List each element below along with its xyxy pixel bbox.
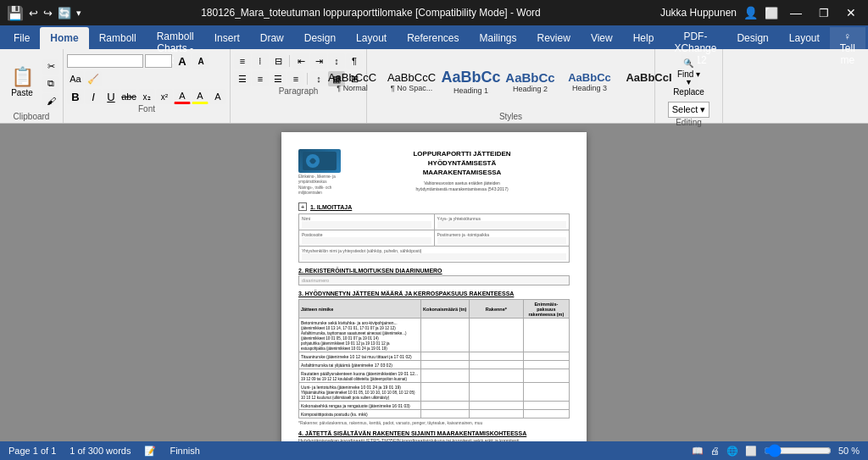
print-layout-btn[interactable]: 🖨 <box>710 446 720 456</box>
document-page: Elinkeino-, liikenne- ja ympäristökeskus… <box>281 132 587 441</box>
title-bar-left: 💾 ↩ ↪ 🔄 ▾ <box>7 5 81 21</box>
tab-ramboll[interactable]: Ramboll <box>89 27 147 49</box>
table-row: Kokonaisehkä rengas ja rengatuote (jäten… <box>299 402 570 410</box>
style-heading1[interactable]: AaBbCc Heading 1 <box>442 52 501 112</box>
status-left: Page 1 of 1 1 of 300 words 📝 Finnish <box>8 446 200 457</box>
status-right: 📖 🖨 🌐 ⬜ 50 % <box>692 444 860 457</box>
style-no-space[interactable]: AaBbCcC ¶ No Spac... <box>382 52 442 112</box>
diaari-field[interactable]: diaarinumero <box>298 275 570 285</box>
align-center-btn[interactable]: ≡ <box>252 71 269 86</box>
tab-file[interactable]: File <box>3 27 40 49</box>
section-3-table: Jätteen nimike Kokonaismäärä (tn) Rakenn… <box>298 299 570 418</box>
clipboard-label: Clipboard <box>14 112 50 123</box>
section-1-title: + 1. ILMOITTAJA <box>298 202 570 211</box>
increase-font-btn[interactable]: A <box>174 53 191 69</box>
tab-home[interactable]: Home <box>40 27 88 49</box>
clear-format-btn[interactable]: 🧹 <box>85 71 102 86</box>
font-color-button[interactable]: A <box>174 89 191 104</box>
tab-mailings[interactable]: Mailings <box>470 27 527 49</box>
numbering-btn[interactable]: ⁞ <box>252 53 269 69</box>
doc-header: Elinkeino-, liikenne- ja ympäristökeskus… <box>298 149 570 196</box>
undo-btn[interactable]: ↩ <box>29 7 38 19</box>
format-painter-button[interactable]: 🖌 <box>42 93 59 108</box>
editing-group: 🔍 Find ▾ Replace Select ▾ Editing <box>655 49 723 123</box>
decrease-font-btn[interactable]: A <box>192 53 209 69</box>
bold-button[interactable]: B <box>67 89 84 104</box>
refresh-btn[interactable]: 🔄 <box>58 7 71 19</box>
cut-button[interactable]: ✂ <box>42 59 59 75</box>
page-info: Page 1 of 1 <box>8 446 56 457</box>
search-icon: 🔍 <box>683 58 693 68</box>
read-mode-btn[interactable]: 📖 <box>692 446 704 457</box>
font-label: Font <box>138 104 155 115</box>
multilevel-btn[interactable]: ⊟ <box>270 53 287 69</box>
doc-org-name: Elinkeino-, liikenne- ja ympäristökeskus… <box>298 175 342 196</box>
align-right-btn[interactable]: ☰ <box>270 71 287 86</box>
replace-button[interactable]: Replace <box>668 84 710 100</box>
italic-button[interactable]: I <box>85 89 102 104</box>
text-highlight-button[interactable]: A <box>192 89 209 104</box>
section-1-expand[interactable]: + <box>298 202 307 211</box>
styles-label: Styles <box>499 112 522 123</box>
table-row: Asfalttirnurska tai ylijäämä (jätenimeke… <box>299 361 570 369</box>
font-size-input[interactable]: 11 <box>145 54 172 68</box>
justify-btn[interactable]: ≡ <box>287 71 304 86</box>
decrease-indent-btn[interactable]: ⇤ <box>292 53 309 69</box>
tab-insert[interactable]: Insert <box>204 27 250 49</box>
style-heading2[interactable]: AaBbCc Heading 2 <box>501 52 560 112</box>
align-left-btn[interactable]: ☰ <box>234 71 251 86</box>
tab-view[interactable]: View <box>581 27 623 49</box>
tab-review[interactable]: Review <box>527 27 581 49</box>
style-normal[interactable]: AaBbCcC ¶ Normal <box>323 52 382 112</box>
change-case-btn[interactable]: Aa <box>67 71 84 86</box>
table-row: Komposiittipoista postudu (ks. mkk) <box>299 410 570 418</box>
clear-all-format-button[interactable]: A <box>209 89 226 104</box>
title-bar: 💾 ↩ ↪ 🔄 ▾ 180126_Mara_toteutuman loppura… <box>0 0 868 25</box>
tab-help[interactable]: Help <box>623 27 665 49</box>
focus-mode-btn[interactable]: ⬜ <box>745 446 757 457</box>
tab-tell-me[interactable]: ♀ Tell me <box>830 27 865 49</box>
zoom-slider[interactable] <box>764 444 832 457</box>
tab-draw[interactable]: Draw <box>250 27 294 49</box>
underline-button[interactable]: U <box>103 89 120 104</box>
section-2-title: 2. REKISTERÖINTI-ILMOITUKSEN DIAARINUMER… <box>298 268 570 274</box>
doc-subtitle: Valtioneuvoston asetus eräiden jätteiden… <box>354 180 570 192</box>
clipboard-group: 📋 Paste ✂ ⧉ 🖌 Clipboard <box>0 49 64 123</box>
minimize-btn[interactable]: — <box>785 6 807 19</box>
profile-icon[interactable]: 👤 <box>743 6 758 19</box>
select-dropdown[interactable]: Select ▾ <box>668 102 710 118</box>
ribbon-display-btn[interactable]: ⬜ <box>765 7 778 19</box>
title-bar-title: 180126_Mara_toteutuman loppuraporttiloma… <box>81 7 660 19</box>
paste-icon: 📋 <box>11 66 34 88</box>
close-btn[interactable]: ✕ <box>841 6 861 19</box>
copy-button[interactable]: ⧉ <box>42 76 59 91</box>
tab-references[interactable]: References <box>397 27 469 49</box>
strikethrough-button[interactable]: abc <box>120 89 137 104</box>
section-3-title: 3. HYÖDYNNETYN JÄTTEEN MÄÄRÄ JA KERROSPA… <box>298 291 570 297</box>
subscript-button[interactable]: x₂ <box>138 89 155 104</box>
style-heading3[interactable]: AaBbCc Heading 3 <box>560 52 620 112</box>
web-layout-btn[interactable]: 🌐 <box>726 446 738 457</box>
tab-layout2[interactable]: Layout <box>779 27 830 49</box>
table-row: Titaanirurske (jätenirneke 10 12 tai muu… <box>299 352 570 361</box>
ribbon-tabs: File Home Ramboll Ramboll Charts - Table… <box>0 25 868 49</box>
tab-design[interactable]: Design <box>294 27 346 49</box>
tab-design2[interactable]: Design <box>726 27 778 49</box>
font-name-input[interactable] <box>67 54 143 68</box>
ribbon-body: 📋 Paste ✂ ⧉ 🖌 Clipboard 11 A A Aa 🧹 <box>0 49 868 124</box>
bullets-btn[interactable]: ≡ <box>234 53 251 69</box>
paste-button[interactable]: 📋 Paste <box>3 57 41 108</box>
zoom-level[interactable]: 50 % <box>838 446 860 456</box>
status-bar: Page 1 of 1 1 of 300 words 📝 Finnish 📖 🖨… <box>0 441 868 460</box>
maximize-btn[interactable]: ❐ <box>814 7 834 19</box>
section-4-title: 4. JÄTETTÄ SISÄLTÄVÄN RAKENTEEN SIJAINTI… <box>298 430 570 436</box>
redo-btn[interactable]: ↪ <box>43 7 53 19</box>
language[interactable]: Finnish <box>170 446 199 457</box>
tab-layout[interactable]: Layout <box>346 27 397 49</box>
tab-pdf[interactable]: PDF-XChange 2012 <box>664 27 726 49</box>
tab-ramboll-charts[interactable]: Ramboll Charts - Tables <box>147 27 204 49</box>
find-button[interactable]: 🔍 Find ▾ <box>668 55 710 82</box>
proofing-icon[interactable]: 📝 <box>144 446 156 457</box>
document-area: Elinkeino-, liikenne- ja ympäristökeskus… <box>0 124 868 441</box>
superscript-button[interactable]: x² <box>156 89 173 104</box>
